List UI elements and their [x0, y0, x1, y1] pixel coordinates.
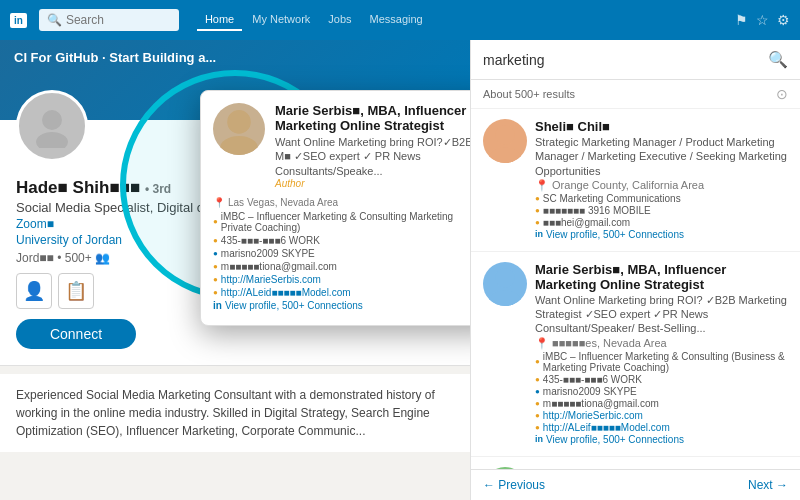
svg-point-1: [36, 132, 68, 148]
em-dot-2: ●: [535, 399, 540, 408]
skype-dot: ●: [213, 249, 218, 258]
result-phone-2: ● 435-■■■-■■■6 WORK: [535, 374, 788, 385]
results-search-input[interactable]: [483, 52, 762, 68]
top-navigation: in 🔍 Home My Network Jobs Messaging ⚑ ☆ …: [0, 0, 800, 40]
ph-dot-2: ●: [535, 375, 540, 384]
view-link-2[interactable]: View profile, 500+ Connections: [546, 434, 684, 445]
nav-home[interactable]: Home: [197, 9, 242, 31]
search-header: 🔍: [471, 40, 800, 80]
location-icon: 📍: [213, 197, 225, 208]
popup-view-profile[interactable]: in View profile, 500+ Connections: [213, 300, 470, 311]
result-info-1: Sheli■ Chil■ Strategic Marketing Manager…: [535, 119, 788, 241]
phone-dot: ●: [213, 236, 218, 245]
result-item-1[interactable]: Sheli■ Chil■ Strategic Marketing Manager…: [471, 109, 800, 252]
nav-links: Home My Network Jobs Messaging: [197, 9, 431, 31]
settings-icon[interactable]: ⚙: [777, 12, 790, 28]
star-icon: ☆: [756, 12, 769, 28]
popup-url2-link[interactable]: http://ALeid■■■■■Model.com: [221, 287, 351, 298]
co-dot-2: ●: [535, 357, 540, 366]
in-icon-2: in: [535, 434, 543, 444]
popup-url1[interactable]: ● http://MarieSerbis.com: [213, 274, 470, 285]
flag-icon: ⚑: [735, 12, 748, 28]
result-info-2: Marie Serbis■, MBA, Influencer Marketing…: [535, 262, 788, 446]
view-profile-link[interactable]: View profile, 500+ Connections: [225, 300, 363, 311]
result-item-2[interactable]: Marie Serbis■, MBA, Influencer Marketing…: [471, 252, 800, 457]
result-avatar-1: [483, 119, 527, 163]
popup-title: Want Online Marketing bring ROI?✓B2B M■ …: [275, 135, 470, 178]
search-input[interactable]: [66, 13, 176, 27]
nav-jobs[interactable]: Jobs: [320, 9, 359, 31]
svg-point-6: [495, 268, 515, 288]
popup-skype: ● marisno2009 SKYPE: [213, 248, 470, 259]
svg-point-4: [495, 125, 515, 145]
result-name-1: Sheli■ Chil■: [535, 119, 788, 134]
profile-icon-person[interactable]: 👤: [16, 273, 52, 309]
result-avatar-2: [483, 262, 527, 306]
nav-network[interactable]: My Network: [244, 9, 318, 31]
svg-point-2: [227, 110, 251, 134]
company-dot: ●: [213, 217, 218, 226]
in-icon-1: in: [535, 229, 543, 239]
popup-profile-top: Marie Serbis■, MBA, Influencer Marketing…: [213, 103, 470, 189]
nav-messaging[interactable]: Messaging: [362, 9, 431, 31]
results-count: About 500+ results ⊙: [471, 80, 800, 109]
url1-link-2[interactable]: http://MorieSerbic.com: [543, 410, 643, 421]
result-location-1: 📍 Orange County, California Area: [535, 179, 788, 192]
em-dot-1: ●: [535, 218, 540, 227]
results-search-icon[interactable]: 🔍: [768, 50, 788, 69]
main-layout: CI For GitHub · Start Building a... Hade…: [0, 40, 800, 500]
result-view-2[interactable]: in View profile, 500+ Connections: [535, 434, 788, 445]
popup-phone: ● 435-■■■-■■■6 WORK: [213, 235, 470, 246]
url2-dot: ●: [213, 288, 218, 297]
loc-icon-2: 📍: [535, 337, 549, 349]
pagination: ← Previous Next →: [471, 469, 800, 500]
banner-text: CI For GitHub · Start Building a...: [0, 40, 470, 75]
popup-name: Marie Serbis■, MBA, Influencer Marketing…: [275, 103, 470, 133]
url2-link-2[interactable]: http://ALeif■■■■■Model.com: [543, 422, 670, 433]
result-url2-2[interactable]: ● http://ALeif■■■■■Model.com: [535, 422, 788, 433]
left-panel: CI For GitHub · Start Building a... Hade…: [0, 40, 470, 500]
next-link[interactable]: Next →: [748, 478, 788, 492]
result-name-2: Marie Serbis■, MBA, Influencer Marketing…: [535, 262, 788, 292]
result-email-1: ● ■■■hei@gmail.com: [535, 217, 788, 228]
linkedin-in-icon: in: [213, 300, 222, 311]
popup-info: Marie Serbis■, MBA, Influencer Marketing…: [275, 103, 470, 189]
result-role-1: Strategic Marketing Manager / Product Ma…: [535, 135, 788, 178]
ph-dot-1: ●: [535, 206, 540, 215]
svg-point-3: [220, 136, 258, 155]
popup-company: ● iMBC – Influencer Marketing & Consulti…: [213, 211, 470, 233]
prev-link[interactable]: ← Previous: [483, 478, 545, 492]
sk-dot-2: ●: [535, 387, 540, 396]
nav-icons: ⚑ ☆ ⚙: [735, 12, 790, 28]
result-view-1[interactable]: in View profile, 500+ Connections: [535, 229, 788, 240]
search-bar[interactable]: 🔍: [39, 9, 179, 31]
popup-author: Author: [275, 178, 470, 189]
profile-degree: • 3rd: [145, 182, 171, 196]
popup-url1-link[interactable]: http://MarieSerbis.com: [221, 274, 321, 285]
linkedin-logo: in: [10, 13, 27, 28]
avatar: [16, 90, 88, 162]
results-list: Sheli■ Chil■ Strategic Marketing Manager…: [471, 109, 800, 469]
search-icon: 🔍: [47, 13, 62, 27]
u2-dot-2: ●: [535, 423, 540, 432]
right-panel: 🔍 About 500+ results ⊙ Sheli■ Chil■ Stra…: [470, 40, 800, 500]
connect-button[interactable]: Connect: [16, 319, 136, 349]
result-phone-1: ● ■■■■■■■ 3916 MOBILE: [535, 205, 788, 216]
view-link-1[interactable]: View profile, 500+ Connections: [546, 229, 684, 240]
result-url1-2[interactable]: ● http://MorieSerbic.com: [535, 410, 788, 421]
svg-point-0: [42, 110, 62, 130]
result-item-3[interactable]: Zayr■■■■amar■■ • 3rd CEO & Co-Founder of…: [471, 457, 800, 469]
popup-url2[interactable]: ● http://ALeid■■■■■Model.com: [213, 287, 470, 298]
profile-icon-list[interactable]: 📋: [58, 273, 94, 309]
svg-point-5: [489, 147, 521, 163]
result-company-2: ● iMBC – Influencer Marketing & Consulti…: [535, 351, 788, 373]
filter-icon[interactable]: ⊙: [776, 86, 788, 102]
result-location-2: 📍 ■■■■■es, Nevada Area: [535, 337, 788, 350]
loc-icon-1: 📍: [535, 179, 549, 191]
popup-location: 📍 Las Vegas, Nevada Area: [213, 197, 470, 208]
url1-dot: ●: [213, 275, 218, 284]
popup-email: ● m■■■■■tiona@gmail.com: [213, 261, 470, 272]
svg-point-7: [489, 290, 521, 306]
result-role-2: Want Online Marketing bring ROI? ✓B2B Ma…: [535, 293, 788, 336]
email-dot: ●: [213, 262, 218, 271]
